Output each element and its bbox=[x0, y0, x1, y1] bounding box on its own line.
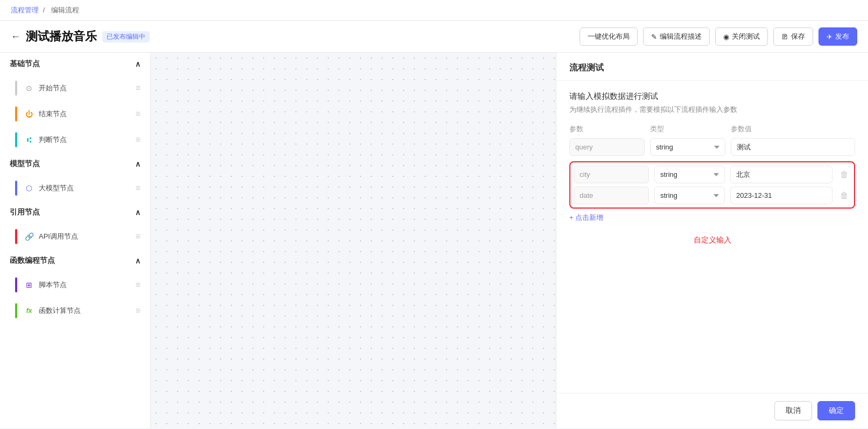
back-button[interactable]: ← bbox=[11, 31, 20, 42]
header-right: 一键优化布局 ✎ 编辑流程描述 ◉ 关闭测试 🖹 保存 ✈ 发布 bbox=[580, 27, 857, 46]
param-value-city[interactable] bbox=[730, 166, 832, 183]
compute-node-label: 函数计算节点 bbox=[39, 306, 81, 316]
param-name-city[interactable] bbox=[574, 166, 649, 183]
llm-node-label: 大模型节点 bbox=[39, 183, 74, 193]
param-name-date[interactable] bbox=[574, 187, 649, 204]
start-node-icon: ⊙ bbox=[24, 83, 34, 94]
edit-desc-button[interactable]: ✎ 编辑流程描述 bbox=[643, 27, 710, 46]
test-panel: 流程测试 请输入模拟数据进行测试 为继续执行流程插件，需要模拟以下流程插件输入参… bbox=[556, 53, 868, 428]
sidebar-item-compute[interactable]: fx 函数计算节点 ≡ bbox=[0, 298, 150, 324]
api-drag-handle[interactable]: ≡ bbox=[136, 232, 140, 241]
param-type-date[interactable]: string bbox=[654, 187, 725, 204]
sidebar: 基础节点 ∧ ⊙ 开始节点 ≡ ⏻ 结束节点 ≡ ⑆ 判断节点 bbox=[0, 53, 151, 428]
sidebar-item-judge[interactable]: ⑆ 判断节点 ≡ bbox=[0, 127, 150, 153]
start-node-label: 开始节点 bbox=[39, 83, 67, 93]
section-collapse-basic: ∧ bbox=[135, 60, 140, 68]
start-bar bbox=[15, 81, 17, 96]
close-test-icon: ◉ bbox=[723, 33, 729, 41]
script-node-icon: ⊞ bbox=[24, 280, 34, 290]
status-badge: 已发布编辑中 bbox=[102, 31, 150, 42]
publish-icon: ✈ bbox=[827, 33, 832, 41]
section-header-model[interactable]: 模型节点 ∧ bbox=[0, 153, 150, 175]
sidebar-item-start[interactable]: ⊙ 开始节点 ≡ bbox=[0, 75, 150, 101]
judge-node-icon: ⑆ bbox=[24, 134, 34, 145]
param-row-city: string 🗑 bbox=[574, 166, 851, 183]
test-hint-title: 请输入模拟数据进行测试 bbox=[569, 91, 855, 102]
save-button[interactable]: 🖹 保存 bbox=[773, 27, 813, 46]
section-header-basic[interactable]: 基础节点 ∧ bbox=[0, 53, 150, 75]
main-layout: 基础节点 ∧ ⊙ 开始节点 ≡ ⏻ 结束节点 ≡ ⑆ 判断节点 bbox=[0, 53, 868, 428]
col-header-param: 参数 bbox=[569, 124, 645, 134]
judge-drag-handle[interactable]: ≡ bbox=[136, 135, 140, 145]
script-bar bbox=[15, 277, 17, 292]
breadcrumb-parent[interactable]: 流程管理 bbox=[11, 6, 39, 14]
compute-bar bbox=[15, 303, 17, 318]
close-test-button[interactable]: ◉ 关闭测试 bbox=[715, 27, 768, 46]
section-label-basic: 基础节点 bbox=[10, 59, 40, 69]
judge-node-label: 判断节点 bbox=[39, 135, 67, 145]
llm-drag-handle[interactable]: ≡ bbox=[136, 183, 140, 193]
page-title: 测试播放音乐 bbox=[26, 28, 97, 45]
breadcrumb: 流程管理 / 编辑流程 bbox=[0, 0, 868, 21]
breadcrumb-current: 编辑流程 bbox=[51, 6, 79, 14]
publish-button[interactable]: ✈ 发布 bbox=[818, 27, 857, 46]
sidebar-item-llm[interactable]: ⬡ 大模型节点 ≡ bbox=[0, 175, 150, 201]
highlight-box: string 🗑 string 🗑 bbox=[569, 161, 855, 209]
test-hint-desc: 为继续执行流程插件，需要模拟以下流程插件输入参数 bbox=[569, 105, 855, 115]
script-drag-handle[interactable]: ≡ bbox=[136, 280, 140, 290]
llm-node-icon: ⬡ bbox=[24, 183, 34, 194]
test-panel-title: 流程测试 bbox=[556, 53, 868, 81]
test-panel-footer: 取消 确定 bbox=[556, 393, 868, 428]
section-header-ref[interactable]: 引用节点 ∧ bbox=[0, 201, 150, 224]
edit-icon: ✎ bbox=[651, 33, 657, 41]
section-label-model: 模型节点 bbox=[10, 159, 40, 169]
api-node-icon: 🔗 bbox=[24, 231, 34, 242]
end-node-label: 结束节点 bbox=[39, 109, 67, 119]
section-collapse-ref: ∧ bbox=[135, 208, 140, 217]
test-panel-body: 请输入模拟数据进行测试 为继续执行流程插件，需要模拟以下流程插件输入参数 参数 … bbox=[556, 81, 868, 393]
compute-drag-handle[interactable]: ≡ bbox=[136, 306, 140, 316]
param-type-query[interactable]: string bbox=[650, 138, 725, 156]
header-left: ← 测试播放音乐 已发布编辑中 bbox=[11, 28, 150, 45]
save-icon: 🖹 bbox=[781, 33, 788, 41]
delete-date-button[interactable]: 🗑 bbox=[838, 189, 851, 203]
section-label-func: 函数编程节点 bbox=[10, 256, 55, 266]
param-value-date[interactable] bbox=[730, 187, 832, 204]
optimize-button[interactable]: 一键优化布局 bbox=[580, 27, 638, 46]
delete-city-button[interactable]: 🗑 bbox=[838, 168, 851, 182]
param-value-query[interactable] bbox=[731, 138, 855, 156]
col-header-value: 参数值 bbox=[731, 124, 855, 134]
add-param-button[interactable]: + 点击新增 bbox=[569, 211, 603, 225]
api-bar bbox=[15, 229, 17, 244]
section-collapse-model: ∧ bbox=[135, 160, 140, 168]
end-node-icon: ⏻ bbox=[24, 109, 34, 119]
judge-bar bbox=[15, 132, 17, 147]
section-label-ref: 引用节点 bbox=[10, 208, 40, 217]
sidebar-item-end[interactable]: ⏻ 结束节点 ≡ bbox=[0, 101, 150, 127]
param-row-date: string 🗑 bbox=[574, 187, 851, 204]
cancel-button[interactable]: 取消 bbox=[774, 401, 812, 420]
breadcrumb-separator: / bbox=[43, 6, 45, 14]
script-node-label: 脚本节点 bbox=[39, 280, 67, 290]
end-drag-handle[interactable]: ≡ bbox=[136, 109, 140, 119]
confirm-button[interactable]: 确定 bbox=[817, 401, 855, 420]
col-header-type: 类型 bbox=[650, 124, 725, 134]
sidebar-item-script[interactable]: ⊞ 脚本节点 ≡ bbox=[0, 272, 150, 298]
end-bar bbox=[15, 106, 17, 121]
compute-node-icon: fx bbox=[24, 305, 34, 316]
page-header: ← 测试播放音乐 已发布编辑中 一键优化布局 ✎ 编辑流程描述 ◉ 关闭测试 🖹… bbox=[0, 21, 868, 53]
params-table-header: 参数 类型 参数值 bbox=[569, 124, 855, 134]
section-collapse-func: ∧ bbox=[135, 256, 140, 265]
param-type-city[interactable]: string bbox=[654, 166, 725, 183]
param-row-query: string bbox=[569, 138, 855, 156]
custom-input-label[interactable]: 自定义输入 bbox=[569, 235, 855, 245]
sidebar-item-api[interactable]: 🔗 API调用节点 ≡ bbox=[0, 224, 150, 249]
workflow-canvas bbox=[151, 53, 556, 428]
section-header-func[interactable]: 函数编程节点 ∧ bbox=[0, 249, 150, 272]
start-drag-handle[interactable]: ≡ bbox=[136, 83, 140, 93]
llm-bar bbox=[15, 181, 17, 196]
api-node-label: API调用节点 bbox=[39, 232, 78, 241]
param-name-query[interactable] bbox=[569, 138, 645, 156]
